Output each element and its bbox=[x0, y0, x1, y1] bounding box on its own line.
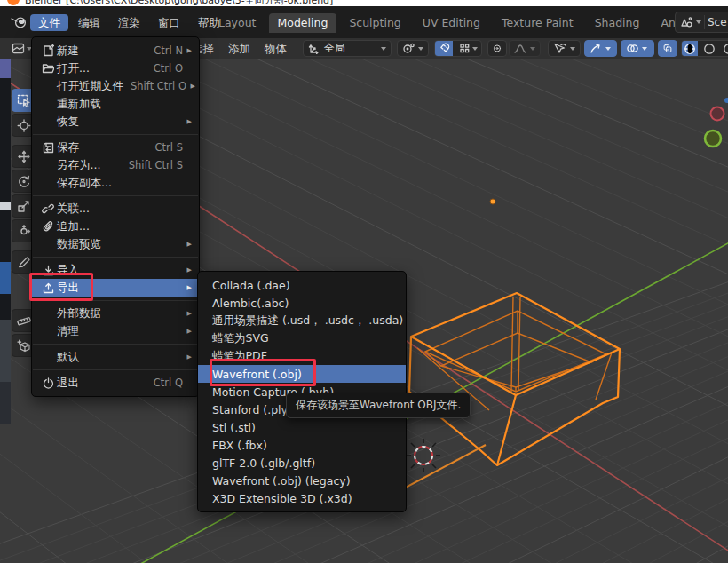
menu-item-save-copy[interactable]: 保存副本... bbox=[32, 174, 199, 192]
gizmos-toggle-dropdown[interactable] bbox=[584, 40, 617, 57]
gizmo-arrow-icon bbox=[590, 43, 602, 54]
snap-grid-icon bbox=[460, 44, 470, 53]
falloff-curve-icon bbox=[514, 44, 526, 54]
export-item-wavefront-legacy[interactable]: Wavefront (.obj) (legacy) bbox=[198, 472, 406, 489]
tab-layout[interactable]: Layout bbox=[210, 13, 265, 33]
link-icon bbox=[42, 203, 54, 214]
save-icon bbox=[43, 142, 54, 154]
menu-separator bbox=[33, 369, 198, 370]
annotation-box-export bbox=[29, 273, 93, 301]
snapping-group bbox=[434, 40, 482, 57]
menu-item-link[interactable]: 关联... bbox=[32, 200, 199, 218]
submenu-arrow-icon: ▶ bbox=[183, 241, 192, 248]
menu-item-new[interactable]: 新建Ctrl N▶ bbox=[32, 42, 199, 59]
export-item-alembic[interactable]: Alembic(.abc) bbox=[198, 294, 406, 312]
tab-sculpting[interactable]: Sculpting bbox=[340, 13, 409, 33]
cursor-tool-icon bbox=[17, 119, 31, 132]
chevron-down-icon bbox=[642, 47, 647, 51]
menu-add[interactable]: 添加 bbox=[226, 40, 252, 57]
transform-orientation-dropdown[interactable]: 全局 bbox=[303, 40, 392, 57]
shading-solid-button[interactable] bbox=[701, 41, 716, 56]
window-fragment bbox=[0, 262, 11, 294]
menu-item-external-data[interactable]: 外部数据▶ bbox=[32, 305, 199, 322]
tab-modeling[interactable]: Modeling bbox=[269, 13, 337, 33]
magnet-icon bbox=[439, 43, 450, 54]
gizmo-y-axis-ball[interactable] bbox=[705, 131, 721, 147]
menu-item-defaults[interactable]: 默认▶ bbox=[32, 348, 199, 366]
export-item-gltf[interactable]: glTF 2.0 (.glb/.gltf) bbox=[198, 454, 406, 472]
window-title: Blender [C:\Users\CX\Desktop\gong\baoye\… bbox=[25, 0, 333, 6]
select-box-icon bbox=[17, 94, 31, 107]
tooltip-text: 保存该场景至Wavefront OBJ文件. bbox=[296, 399, 461, 411]
wireframe-sphere-icon bbox=[684, 43, 696, 55]
menu-separator bbox=[33, 257, 198, 258]
menu-item-open-recent[interactable]: 打开近期文件Shift Ctrl O▶ bbox=[32, 77, 199, 95]
overlays-toggle-dropdown[interactable] bbox=[621, 40, 654, 57]
annotation-box-wavefront bbox=[210, 359, 316, 386]
menu-item-save-as[interactable]: 另存为...Shift Ctrl S bbox=[32, 156, 199, 174]
chevron-down-icon bbox=[570, 47, 575, 51]
menu-separator bbox=[33, 344, 198, 345]
tab-uv-editing[interactable]: UV Editing bbox=[414, 13, 489, 33]
export-item-collada[interactable]: Collada (.dae) bbox=[198, 276, 406, 294]
xray-toggle-button[interactable] bbox=[658, 40, 677, 57]
window-fragment bbox=[0, 382, 11, 424]
tab-texture-paint[interactable]: Texture Paint bbox=[493, 13, 582, 33]
snap-toggle-button[interactable] bbox=[435, 41, 453, 56]
submenu-arrow-icon: ▶ bbox=[183, 284, 192, 291]
blender-window: Blender [C:\Users\CX\Desktop\gong\baoye\… bbox=[0, 0, 728, 563]
menu-item-save[interactable]: 保存Ctrl S bbox=[32, 139, 199, 156]
file-menu-dropdown: 新建Ctrl N▶ 打开...Ctrl O 打开近期文件Shift Ctrl O… bbox=[31, 36, 200, 397]
xray-icon bbox=[663, 43, 672, 54]
chevron-down-icon bbox=[605, 47, 611, 51]
menu-item-recover[interactable]: 恢复▶ bbox=[32, 113, 199, 131]
export-item-usd[interactable]: 通用场景描述 (.usd， .usdc， .usda) bbox=[198, 312, 406, 329]
menu-item-quit[interactable]: 退出Ctrl Q bbox=[32, 374, 199, 392]
overlays-icon bbox=[626, 43, 638, 54]
gizmo-x-axis-ball[interactable] bbox=[711, 107, 724, 121]
object-visibility-dropdown[interactable] bbox=[548, 40, 581, 57]
menubar: 文件 编辑 渲染 窗口 帮助 bbox=[30, 14, 228, 31]
blender-app-icon bbox=[7, 0, 20, 5]
menu-item-revert[interactable]: 重新加载 bbox=[32, 95, 199, 113]
snap-target-dropdown[interactable] bbox=[456, 44, 481, 53]
blender-logo-icon[interactable] bbox=[11, 16, 28, 28]
menu-edit[interactable]: 编辑 bbox=[70, 14, 108, 31]
menu-item-clean-up[interactable]: 清理▶ bbox=[32, 322, 199, 340]
chevron-down-icon bbox=[696, 20, 701, 24]
menu-item-append[interactable]: 追加... bbox=[32, 218, 199, 235]
scale-icon bbox=[17, 200, 31, 213]
menu-object[interactable]: 物体 bbox=[263, 40, 289, 57]
proportional-editing-icon bbox=[493, 43, 502, 54]
submenu-arrow-icon: ▶ bbox=[183, 118, 192, 125]
scene-selector[interactable]: Sce bbox=[675, 12, 728, 33]
scene-name[interactable]: Sce bbox=[708, 16, 727, 28]
tab-shading[interactable]: Shading bbox=[586, 13, 649, 33]
power-icon bbox=[43, 377, 54, 389]
move-icon bbox=[17, 150, 31, 163]
material-sphere-icon bbox=[721, 43, 728, 55]
transform-icon bbox=[17, 225, 31, 238]
menu-item-open[interactable]: 打开...Ctrl O bbox=[32, 59, 199, 77]
submenu-arrow-icon: ▶ bbox=[183, 353, 192, 361]
proportional-editing-button[interactable] bbox=[487, 40, 507, 57]
export-item-fbx[interactable]: FBX (.fbx) bbox=[198, 436, 406, 454]
export-submenu: Collada (.dae) Alembic(.abc) 通用场景描述 (.us… bbox=[197, 271, 407, 512]
pivot-point-dropdown[interactable] bbox=[397, 40, 429, 57]
proportional-falloff-dropdown[interactable] bbox=[509, 40, 541, 57]
export-item-x3d[interactable]: X3D Extensible 3D (.x3d) bbox=[198, 489, 406, 507]
menu-render[interactable]: 渲染 bbox=[110, 14, 148, 31]
menu-file[interactable]: 文件 bbox=[30, 14, 68, 31]
shading-material-button[interactable] bbox=[720, 41, 728, 56]
export-item-stl[interactable]: Stl (.stl) bbox=[198, 418, 406, 436]
file-new-icon bbox=[43, 44, 54, 57]
menu-separator bbox=[33, 134, 198, 135]
folder-open-icon bbox=[42, 63, 54, 74]
export-item-grease-pencil-svg[interactable]: 蜡笔为SVG bbox=[198, 329, 406, 347]
shading-wireframe-button[interactable] bbox=[682, 41, 698, 56]
window-fragment bbox=[0, 202, 11, 210]
pivot-point-icon bbox=[402, 43, 415, 54]
background-window-strip bbox=[0, 0, 11, 424]
menu-window[interactable]: 窗口 bbox=[150, 14, 188, 31]
menu-item-data-preview[interactable]: 数据预览▶ bbox=[32, 235, 199, 253]
